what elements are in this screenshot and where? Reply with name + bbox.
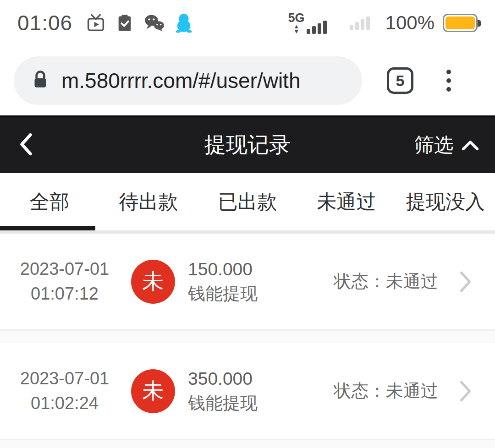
tab-paid-out[interactable]: 已出款 — [198, 173, 297, 230]
withdrawal-record-row[interactable]: 2023-07-01 01:02:24 未 350.000 钱能提现 状态：未通… — [0, 343, 495, 439]
chevron-up-icon — [461, 134, 479, 156]
tv-notification-icon — [86, 13, 105, 33]
list-divider — [0, 329, 495, 343]
wechat-icon — [144, 14, 165, 32]
back-button[interactable] — [16, 130, 37, 160]
record-channel: 钱能提现 — [188, 391, 258, 416]
cellular-signal: 5G ▲▼ — [288, 12, 327, 33]
record-amount-block: 350.000 钱能提现 — [188, 366, 258, 416]
signal-bars-sim2-icon — [350, 16, 370, 30]
clock-time: 01:06 — [17, 11, 72, 35]
record-date: 2023-07-01 — [0, 366, 129, 391]
record-time: 01:07:12 — [0, 282, 129, 306]
back-chevron-icon — [17, 132, 35, 158]
withdrawal-record-list: 2023-07-01 01:07:12 未 150.000 钱能提现 状态：未通… — [0, 234, 495, 448]
battery-icon — [443, 14, 478, 32]
record-time: 01:02:24 — [0, 391, 129, 416]
chevron-right-icon — [459, 271, 472, 293]
tab-switcher-button[interactable]: 5 — [387, 67, 413, 94]
browser-menu-button[interactable] — [444, 67, 454, 94]
url-text: m.580rrrr.com/#/user/with — [61, 68, 300, 93]
record-datetime: 2023-07-01 01:02:24 — [0, 366, 129, 416]
tabbar-divider — [0, 230, 495, 234]
filter-button[interactable]: 筛选 — [414, 132, 479, 158]
record-status: 状态：未通过 — [334, 379, 438, 403]
browser-toolbar: m.580rrrr.com/#/user/with 5 — [0, 46, 495, 115]
data-arrows-icon: ▲▼ — [293, 24, 299, 33]
tab-count: 5 — [396, 72, 405, 90]
tab-rejected[interactable]: 未通过 — [297, 173, 396, 230]
record-amount: 350.000 — [188, 366, 258, 391]
chevron-right-icon — [459, 380, 472, 402]
status-bar: 01:06 — [0, 0, 495, 46]
tab-all[interactable]: 全部 — [0, 173, 99, 230]
lock-icon — [31, 70, 50, 92]
tab-pending-payout[interactable]: 待出款 — [99, 173, 198, 230]
url-bar[interactable]: m.580rrrr.com/#/user/with — [14, 56, 362, 105]
record-date: 2023-07-01 — [0, 257, 129, 282]
record-channel: 钱能提现 — [188, 282, 258, 306]
qq-icon — [175, 13, 192, 33]
network-type-label: 5G — [288, 12, 305, 24]
tab-not-credited[interactable]: 提现没入 — [396, 173, 495, 230]
page-header: 提现记录 筛选 — [0, 115, 495, 173]
record-amount: 150.000 — [188, 257, 258, 282]
battery-fill — [446, 16, 475, 29]
record-status: 状态：未通过 — [334, 270, 438, 293]
list-divider — [0, 439, 495, 448]
clipboard-check-icon — [116, 13, 134, 33]
record-datetime: 2023-07-01 01:07:12 — [0, 257, 129, 306]
signal-bars-icon — [307, 21, 327, 34]
withdrawal-record-row[interactable]: 2023-07-01 01:07:12 未 150.000 钱能提现 状态：未通… — [0, 234, 495, 329]
status-badge: 未 — [131, 260, 175, 304]
status-filter-tabs: 全部 待出款 已出款 未通过 提现没入 — [0, 173, 495, 230]
status-badge: 未 — [131, 369, 175, 413]
battery-percent: 100% — [385, 12, 434, 34]
status-bar-right: 5G ▲▼ 100% — [288, 12, 478, 34]
notification-icons — [86, 13, 192, 33]
record-amount-block: 150.000 钱能提现 — [188, 257, 258, 306]
filter-label: 筛选 — [414, 132, 454, 158]
